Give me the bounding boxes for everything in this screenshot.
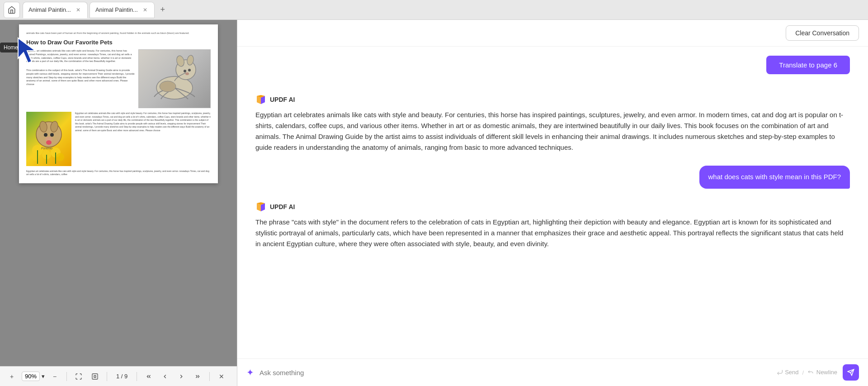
ai-name-2: UPDF AI <box>270 203 295 210</box>
user-bubble-1: what does cats with style mean in this P… <box>699 166 850 189</box>
divider-3 <box>137 372 137 381</box>
main-content: Home animals like cats have been part of… <box>0 20 868 386</box>
pdf-intro: animals like cats have been part of huma… <box>26 32 211 35</box>
zoom-in-button[interactable]: + <box>5 370 18 383</box>
svg-point-7 <box>185 72 189 75</box>
clear-conversation-button[interactable]: Clear Conversation <box>786 25 859 41</box>
divider-2 <box>107 372 107 381</box>
fit-width-button[interactable] <box>72 370 85 383</box>
chat-header: Clear Conversation <box>237 20 868 47</box>
add-tab-button[interactable]: + <box>156 4 169 16</box>
last-page-button[interactable] <box>191 370 204 383</box>
chat-panel: Clear Conversation Translate to page 6 <box>237 20 868 386</box>
next-page-button[interactable] <box>175 370 188 383</box>
pdf-dog-image <box>138 49 211 108</box>
svg-point-12 <box>56 153 64 161</box>
pdf-panel: Home animals like cats have been part of… <box>0 20 237 386</box>
page-display: 1 / 9 <box>113 373 131 380</box>
zoom-dropdown-icon[interactable]: ▾ <box>42 373 45 380</box>
tab-1[interactable]: Animal Paintin... ✕ <box>23 2 88 18</box>
send-label: Send <box>776 369 799 376</box>
chat-messages[interactable]: Translate to page 6 UPDF AI Egyptian a <box>237 47 868 358</box>
divider-1 <box>66 372 67 381</box>
pdf-flower-image: Fontinio <box>26 112 71 166</box>
svg-rect-25 <box>92 374 98 379</box>
svg-point-23 <box>46 140 52 145</box>
pdf-content[interactable]: animals like cats have been part of huma… <box>0 20 237 366</box>
tab-2-label: Animal Paintin... <box>95 6 138 13</box>
separator: / <box>802 369 804 376</box>
input-actions: Send / Newline <box>776 369 838 376</box>
pdf-extra-text: Egyptian art celebrates animals like cat… <box>26 170 211 176</box>
svg-point-20 <box>44 133 47 137</box>
svg-marker-0 <box>18 38 35 63</box>
tab-2-close[interactable]: ✕ <box>142 6 149 14</box>
tab-2[interactable]: Animal Paintin... ✕ <box>90 2 155 18</box>
svg-point-6 <box>188 69 191 71</box>
zoom-out-button[interactable]: − <box>48 370 61 383</box>
svg-point-21 <box>50 133 54 137</box>
newline-actions: Newline <box>807 369 837 376</box>
chat-input[interactable] <box>259 369 771 376</box>
tab-1-label: Animal Paintin... <box>28 6 71 13</box>
send-button[interactable] <box>843 364 859 381</box>
prev-page-button[interactable] <box>159 370 171 383</box>
tab-bar: Animal Paintin... ✕ Animal Paintin... ✕ … <box>0 0 868 20</box>
pdf-section2: Fontinio Egyptian art celebrates animals… <box>26 112 211 166</box>
pdf-page: animals like cats have been part of huma… <box>19 24 218 183</box>
translate-button[interactable]: Translate to page 6 <box>766 56 850 74</box>
tab-1-close[interactable]: ✕ <box>75 6 82 14</box>
svg-point-8 <box>160 81 176 92</box>
fit-page-button[interactable] <box>89 370 101 383</box>
ai-header-1: UPDF AI <box>255 94 850 105</box>
pdf-toolbar: + ▾ − 1 / 9 <box>0 366 237 386</box>
cursor-arrow <box>14 33 41 65</box>
divider-4 <box>209 372 210 381</box>
ai-header-2: UPDF AI <box>255 201 850 212</box>
ai-text-2: The phrase "cats with style" in the docu… <box>255 217 850 249</box>
sparkle-icon: ✦ <box>246 367 254 378</box>
svg-text:Fontinio: Fontinio <box>41 147 52 150</box>
svg-point-5 <box>184 70 186 72</box>
zoom-display: ▾ <box>22 372 45 381</box>
ai-name-1: UPDF AI <box>270 96 295 103</box>
ai-message-2: UPDF AI The phrase "cats with style" in … <box>255 201 850 249</box>
ai-message-1: UPDF AI Egyptian art celebrates animals … <box>255 94 850 153</box>
zoom-input[interactable] <box>22 372 40 381</box>
user-message-1: what does cats with style mean in this P… <box>255 166 850 189</box>
home-button[interactable] <box>4 2 20 18</box>
updf-logo-1 <box>255 94 266 105</box>
close-panel-button[interactable]: ✕ <box>215 370 228 383</box>
pdf-title: How to Draw Our Favorite Pets <box>26 39 211 46</box>
chat-input-area: ✦ Send / Newline <box>237 358 868 386</box>
pdf-text-block2: Egyptian art celebrates animals like cat… <box>75 112 211 166</box>
updf-logo-2 <box>255 201 266 212</box>
ai-text-1: Egyptian art celebrates animals like cat… <box>255 110 850 153</box>
first-page-button[interactable] <box>142 370 155 383</box>
translate-container: Translate to page 6 <box>255 56 850 83</box>
